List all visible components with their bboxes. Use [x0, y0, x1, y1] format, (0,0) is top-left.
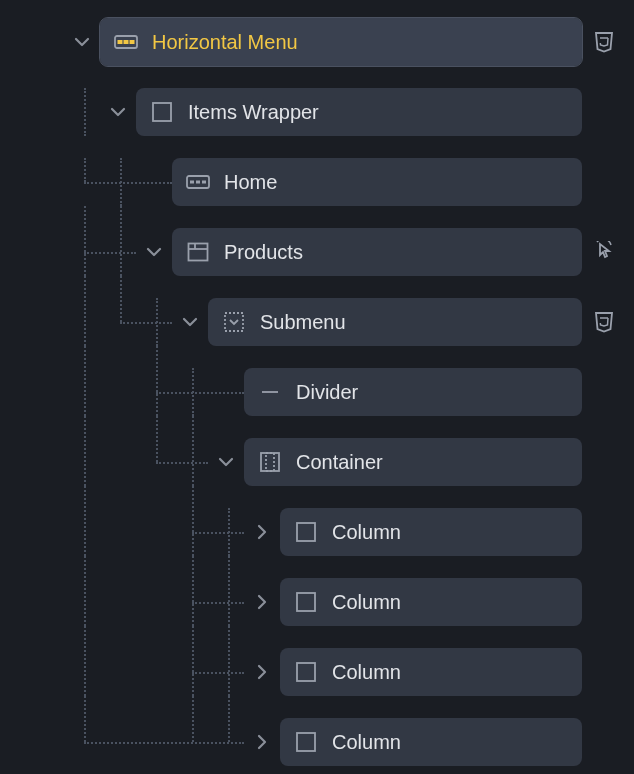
node-products[interactable]: Products	[172, 228, 582, 276]
badge-empty	[586, 718, 622, 766]
node-column[interactable]: Column	[280, 648, 582, 696]
css3-icon	[586, 298, 622, 346]
node-label: Column	[332, 591, 401, 614]
expand-toggle[interactable]	[244, 718, 280, 766]
node-label: Products	[224, 241, 303, 264]
node-horizontal-menu[interactable]: Horizontal Menu	[100, 18, 582, 66]
svg-rect-9	[189, 244, 208, 261]
svg-rect-6	[190, 181, 194, 184]
node-home[interactable]: Home	[172, 158, 582, 206]
node-label: Submenu	[260, 311, 346, 334]
node-label: Horizontal Menu	[152, 31, 298, 54]
css3-icon	[586, 18, 622, 66]
nav-icon	[186, 170, 210, 194]
expand-toggle[interactable]	[244, 578, 280, 626]
box-icon	[294, 660, 318, 684]
svg-rect-14	[261, 453, 279, 471]
svg-rect-3	[130, 41, 134, 44]
expand-toggle[interactable]	[64, 18, 100, 66]
node-items-wrapper[interactable]: Items Wrapper	[136, 88, 582, 136]
node-submenu[interactable]: Submenu	[208, 298, 582, 346]
badge-empty	[586, 88, 622, 136]
container-icon	[258, 450, 282, 474]
box-icon	[150, 100, 174, 124]
badge-empty	[586, 158, 622, 206]
node-label: Column	[332, 661, 401, 684]
badge-empty	[586, 578, 622, 626]
node-label: Column	[332, 521, 401, 544]
badge-empty	[586, 368, 622, 416]
node-label: Divider	[296, 381, 358, 404]
expand-toggle[interactable]	[172, 298, 208, 346]
svg-rect-2	[124, 41, 128, 44]
box-icon	[294, 730, 318, 754]
svg-rect-8	[202, 181, 206, 184]
expand-toggle[interactable]	[208, 438, 244, 486]
tree-row: Home	[0, 158, 622, 206]
svg-rect-12	[225, 313, 243, 331]
tree-row: Column	[0, 718, 622, 766]
badge-empty	[586, 438, 622, 486]
badge-empty	[586, 508, 622, 556]
box-icon	[294, 520, 318, 544]
node-divider[interactable]: Divider	[244, 368, 582, 416]
node-column[interactable]: Column	[280, 508, 582, 556]
tree-row: Column	[0, 648, 622, 696]
svg-rect-16	[297, 523, 315, 541]
node-label: Container	[296, 451, 383, 474]
node-column[interactable]: Column	[280, 578, 582, 626]
svg-rect-18	[297, 663, 315, 681]
layers-panel: Horizontal Menu Items Wrapper	[0, 0, 634, 774]
line-icon	[258, 380, 282, 404]
svg-rect-17	[297, 593, 315, 611]
expand-toggle[interactable]	[244, 508, 280, 556]
node-container[interactable]: Container	[244, 438, 582, 486]
svg-rect-4	[153, 103, 171, 121]
svg-rect-15	[266, 453, 274, 471]
tree-row-root: Horizontal Menu	[0, 18, 622, 66]
tree-row: Submenu	[0, 298, 622, 346]
node-label: Home	[224, 171, 277, 194]
box-icon	[294, 590, 318, 614]
tree-row: Column	[0, 578, 622, 626]
svg-rect-7	[196, 181, 200, 184]
cursor-icon	[586, 228, 622, 276]
badge-empty	[586, 648, 622, 696]
nav-icon	[114, 30, 138, 54]
node-label: Column	[332, 731, 401, 754]
expand-toggle[interactable]	[244, 648, 280, 696]
tree-row: Container	[0, 438, 622, 486]
dropdown-icon	[222, 310, 246, 334]
svg-rect-1	[118, 41, 122, 44]
node-column[interactable]: Column	[280, 718, 582, 766]
tree-row: Column	[0, 508, 622, 556]
expand-toggle[interactable]	[136, 228, 172, 276]
tree-row: Items Wrapper	[0, 88, 622, 136]
tree-row: Products	[0, 228, 622, 276]
node-label: Items Wrapper	[188, 101, 319, 124]
expand-toggle[interactable]	[100, 88, 136, 136]
svg-rect-19	[297, 733, 315, 751]
section-icon	[186, 240, 210, 264]
tree-row: Divider	[0, 368, 622, 416]
